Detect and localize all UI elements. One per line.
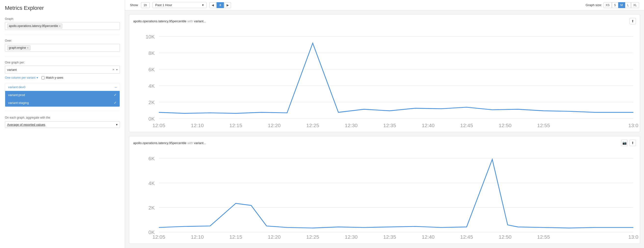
graph-label: Graph: bbox=[5, 17, 120, 20]
x2-label-1230: 12:30 bbox=[345, 234, 358, 240]
one-graph-arrow[interactable]: ▾ bbox=[116, 68, 118, 71]
column-select-text: One column per variant bbox=[5, 76, 36, 79]
y-label-8k: 8K bbox=[148, 50, 155, 56]
size-l[interactable]: L bbox=[625, 2, 631, 8]
variant-item-prod[interactable]: variant:prod ✓ bbox=[5, 91, 120, 99]
chart-1-container: 10K 8K 6K 4K 2K 0K 12:05 12:10 12:15 12:… bbox=[133, 26, 636, 129]
graph-tag: apollo.operations.latency.95percentile × bbox=[7, 23, 62, 28]
time-range-select[interactable]: Past 1 Hour ▾ bbox=[152, 2, 206, 8]
over-tag-text: graph:engine bbox=[9, 46, 26, 49]
graph-size-section: Graph size: XS S M L XL bbox=[586, 2, 639, 8]
x-label-1215: 12:15 bbox=[229, 123, 242, 128]
column-select-arrow: ▾ bbox=[36, 76, 38, 79]
y2-label-4k: 4K bbox=[148, 180, 155, 186]
variant-prod-check: ✓ bbox=[114, 93, 117, 97]
chart-1-actions: ⬆ bbox=[630, 18, 636, 24]
page-title: Metrics Explorer bbox=[5, 5, 120, 11]
next-button[interactable]: ▶ bbox=[224, 2, 231, 8]
divider-1 bbox=[5, 35, 120, 35]
one-graph-label: One graph per: bbox=[5, 61, 120, 64]
x2-label-1210: 12:10 bbox=[191, 234, 204, 240]
match-axes-label[interactable]: Match y-axes bbox=[42, 76, 63, 79]
over-tag-remove[interactable]: × bbox=[27, 46, 28, 49]
chart-2-camera[interactable]: 📷 bbox=[621, 140, 628, 146]
graph-tag-text: apollo.operations.latency.95percentile bbox=[9, 24, 58, 28]
chart-2-title: apollo.operations.latency.95percentile w… bbox=[133, 141, 206, 145]
options-row: One column per variant ▾ Match y-axes bbox=[5, 76, 120, 79]
variant-dev0-minus[interactable]: – bbox=[115, 85, 117, 89]
chart-1-header: apollo.operations.latency.95percentile w… bbox=[133, 18, 636, 24]
size-xl[interactable]: XL bbox=[631, 2, 639, 8]
right-panel: Show 1h Past 1 Hour ▾ ◀ ⏸ ▶ Graph size: … bbox=[125, 0, 644, 248]
over-tag: graph:engine × bbox=[7, 45, 30, 50]
size-m[interactable]: M bbox=[618, 2, 625, 8]
x-label-1220: 12:20 bbox=[268, 123, 280, 128]
size-s[interactable]: S bbox=[612, 2, 618, 8]
pause-button[interactable]: ⏸ bbox=[216, 2, 224, 8]
over-label: Over: bbox=[5, 39, 120, 42]
x-label-1225: 12:25 bbox=[306, 123, 319, 128]
chart-2-container: 6K 4K 2K 0K 12:05 12:10 12:15 12:20 12:2… bbox=[133, 148, 636, 241]
graph-input[interactable]: apollo.operations.latency.95percentile × bbox=[5, 22, 120, 30]
time-range-text: Past 1 Hour bbox=[155, 3, 172, 7]
over-input[interactable]: graph:engine × bbox=[5, 44, 120, 52]
y-label-6k: 6K bbox=[148, 67, 155, 72]
x-label-1210: 12:10 bbox=[191, 123, 204, 128]
x2-label-1235: 12:35 bbox=[383, 234, 396, 240]
time-1h-button[interactable]: 1h bbox=[141, 2, 150, 8]
nav-buttons: ◀ ⏸ ▶ bbox=[210, 2, 231, 8]
x2-label-1215: 12:15 bbox=[229, 234, 242, 240]
aggregate-section: On each graph, aggregate with the Averag… bbox=[5, 116, 120, 128]
graph-tag-remove[interactable]: × bbox=[59, 24, 60, 27]
x2-label-1225: 12:25 bbox=[306, 234, 319, 240]
x2-label-1205: 12:05 bbox=[152, 234, 165, 240]
one-graph-value: variant bbox=[7, 68, 112, 72]
y-label-0k: 0K bbox=[148, 116, 155, 122]
chart-1-svg: 10K 8K 6K 4K 2K 0K 12:05 12:10 12:15 12:… bbox=[133, 26, 636, 129]
y-label-4k: 4K bbox=[148, 83, 155, 89]
over-section: Over: graph:engine × bbox=[5, 39, 120, 52]
x2-label-1220: 12:20 bbox=[268, 234, 280, 240]
x-label-1245: 12:45 bbox=[460, 123, 473, 128]
x-label-1235: 12:35 bbox=[383, 123, 396, 128]
graph-size-label: Graph size: bbox=[586, 3, 602, 7]
chart-1-metric: apollo.operations.latency.95percentile bbox=[133, 19, 186, 23]
variant-prod-label: variant:prod bbox=[8, 93, 25, 97]
graph-section: Graph: apollo.operations.latency.95perce… bbox=[5, 17, 120, 30]
size-buttons: XS S M L XL bbox=[604, 2, 639, 8]
chart-card-1: apollo.operations.latency.95percentile w… bbox=[129, 14, 640, 132]
one-graph-clear[interactable]: × bbox=[112, 68, 114, 71]
size-xs[interactable]: XS bbox=[604, 2, 612, 8]
chart-card-2: apollo.operations.latency.95percentile w… bbox=[129, 136, 640, 244]
chart-1-export[interactable]: ⬆ bbox=[630, 18, 636, 24]
chart-2-line bbox=[159, 159, 634, 228]
chart-2-suffix: variant... bbox=[194, 141, 206, 145]
chart-1-title: apollo.operations.latency.95percentile w… bbox=[133, 19, 206, 23]
x-label-1255: 12:55 bbox=[537, 123, 550, 128]
chart-2-header: apollo.operations.latency.95percentile w… bbox=[133, 140, 636, 146]
chart-2-export[interactable]: ⬆ bbox=[630, 140, 636, 146]
one-graph-select[interactable]: variant × ▾ bbox=[5, 66, 120, 73]
prev-button[interactable]: ◀ bbox=[210, 2, 216, 8]
aggregate-label: On each graph, aggregate with the bbox=[5, 116, 120, 119]
aggregate-select[interactable]: Average of reported values ▾ bbox=[5, 121, 120, 128]
variant-staging-check: ✓ bbox=[114, 101, 117, 105]
y2-label-6k: 6K bbox=[148, 156, 155, 162]
top-bar: Show 1h Past 1 Hour ▾ ◀ ⏸ ▶ Graph size: … bbox=[125, 0, 644, 10]
chart-2-with: with bbox=[187, 141, 194, 145]
left-panel: Metrics Explorer Graph: apollo.operation… bbox=[0, 0, 125, 248]
y-label-2k: 2K bbox=[148, 99, 155, 105]
match-axes-checkbox[interactable] bbox=[42, 76, 45, 79]
x-label-1205: 12:05 bbox=[152, 123, 165, 128]
variant-staging-label: variant:staging bbox=[8, 101, 29, 105]
x2-label-1250: 12:50 bbox=[498, 234, 511, 240]
variant-item-dev0[interactable]: variant:dev0 – bbox=[5, 83, 120, 91]
variant-item-staging[interactable]: variant:staging ✓ bbox=[5, 99, 120, 107]
chart-1-line bbox=[159, 43, 634, 113]
column-select[interactable]: One column per variant ▾ bbox=[5, 76, 38, 79]
chart-2-actions: 📷 ⬆ bbox=[621, 140, 636, 146]
x-label-1230: 12:30 bbox=[345, 123, 358, 128]
x2-label-1255: 12:55 bbox=[537, 234, 550, 240]
show-label: Show bbox=[130, 3, 138, 7]
charts-area: apollo.operations.latency.95percentile w… bbox=[125, 10, 644, 248]
